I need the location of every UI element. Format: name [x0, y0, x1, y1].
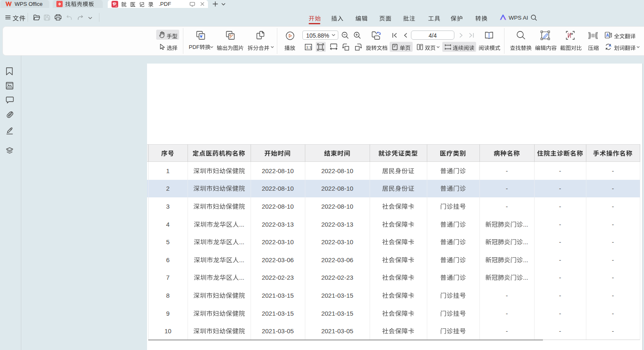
- svg-text:x: x: [606, 46, 608, 50]
- svg-text:A: A: [609, 43, 611, 48]
- svg-text:1:1: 1:1: [306, 45, 312, 49]
- svg-text:A: A: [606, 33, 609, 38]
